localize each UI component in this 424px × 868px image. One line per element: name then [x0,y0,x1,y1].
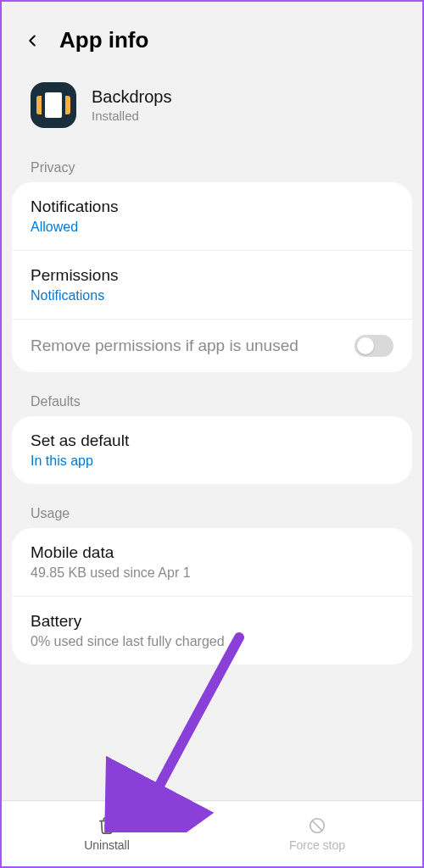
remove-permissions-toggle[interactable] [354,335,393,357]
app-icon [31,82,76,128]
section-label-privacy: Privacy [2,152,422,182]
bottom-action-bar: Uninstall Force stop [2,800,422,866]
remove-permissions-title: Remove permissions if app is unused [31,335,298,357]
svg-line-1 [313,821,322,830]
notifications-value: Allowed [31,220,393,235]
mobile-data-value: 49.85 KB used since Apr 1 [31,565,393,581]
trash-icon [98,816,116,835]
app-name: Backdrops [92,87,172,107]
uninstall-button[interactable]: Uninstall [2,801,212,866]
page-title: App info [59,27,148,53]
privacy-card: Notifications Allowed Permissions Notifi… [12,182,412,372]
battery-value: 0% used since last fully charged [31,634,393,649]
section-label-usage: Usage [2,498,422,528]
permissions-title: Permissions [31,266,393,285]
notifications-row[interactable]: Notifications Allowed [12,182,412,251]
mobile-data-row[interactable]: Mobile data 49.85 KB used since Apr 1 [12,528,412,597]
battery-title: Battery [31,612,393,631]
remove-permissions-row[interactable]: Remove permissions if app is unused [12,320,412,372]
permissions-row[interactable]: Permissions Notifications [12,251,412,320]
set-default-value: In this app [31,453,393,469]
section-label-defaults: Defaults [2,386,422,416]
force-stop-button[interactable]: Force stop [212,801,422,866]
app-status: Installed [92,108,172,123]
forbidden-icon [308,816,326,835]
mobile-data-title: Mobile data [31,543,393,562]
app-summary: Backdrops Installed [2,67,422,152]
notifications-title: Notifications [31,198,393,216]
page-header: App info [2,2,422,67]
force-stop-label: Force stop [289,838,345,852]
defaults-card: Set as default In this app [12,416,412,484]
set-default-title: Set as default [31,431,393,450]
set-default-row[interactable]: Set as default In this app [12,416,412,484]
usage-card: Mobile data 49.85 KB used since Apr 1 Ba… [12,528,412,665]
back-button[interactable] [22,31,42,51]
uninstall-label: Uninstall [84,838,130,852]
battery-row[interactable]: Battery 0% used since last fully charged [12,597,412,665]
permissions-value: Notifications [31,288,393,303]
